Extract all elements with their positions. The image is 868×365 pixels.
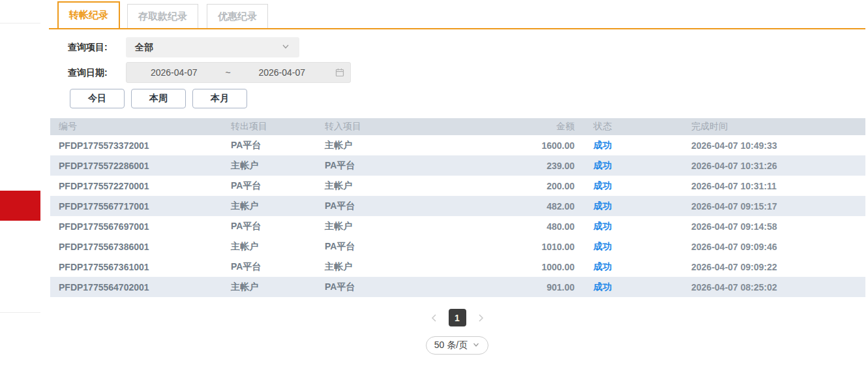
column-header-1: 编号 — [59, 121, 231, 133]
quick-range-button-2[interactable]: 本周 — [131, 89, 186, 108]
table-row: PFDP1775567386001主帐户PA平台1010.00成功2026-04… — [50, 236, 865, 257]
query-date-label: 查询日期: — [68, 62, 108, 83]
date-range-separator: ~ — [222, 67, 235, 78]
quick-range-button-1[interactable]: 今日 — [70, 89, 125, 108]
cell-from: PA平台 — [231, 221, 325, 232]
cell-amount: 239.00 — [451, 161, 575, 171]
main-content: 转帐纪录存取款纪录优惠纪录 查询项目: 全部 查询日期: 2026-04-07 … — [49, 0, 865, 365]
cell-time: 2026-04-07 10:49:33 — [672, 140, 865, 151]
table-row: PFDP1775573372001PA平台主帐户1600.00成功2026-04… — [50, 135, 865, 155]
cell-time: 2026-04-07 09:09:46 — [672, 242, 865, 252]
cell-id: PFDP1775573372001 — [59, 140, 231, 151]
cell-amount: 1000.00 — [451, 262, 575, 272]
sidebar-divider-top — [0, 23, 40, 24]
cell-from: 主帐户 — [231, 200, 325, 212]
cell-amount: 200.00 — [451, 181, 575, 191]
cell-to: PA平台 — [325, 160, 451, 172]
cell-time: 2026-04-07 09:14:58 — [672, 221, 865, 232]
table-row: PFDP1775572270001PA平台主帐户200.00成功2026-04-… — [50, 176, 865, 196]
cell-from: 主帐户 — [231, 281, 325, 293]
column-header-6: 完成时间 — [672, 121, 865, 133]
tab-3[interactable]: 优惠纪录 — [207, 4, 268, 28]
transfer-records-table: 编号转出项目转入项目金额状态完成时间 PFDP1775573372001PA平台… — [50, 118, 865, 297]
cell-status: 成功 — [575, 160, 672, 172]
chevron-down-icon — [472, 340, 480, 351]
table-row: PFDP1775567717001主帐户PA平台482.00成功2026-04-… — [50, 196, 865, 216]
cell-status: 成功 — [575, 200, 672, 212]
table-row: PFDP1775567697001PA平台主帐户480.00成功2026-04-… — [50, 216, 865, 236]
cell-amount: 901.00 — [451, 282, 575, 293]
cell-status: 成功 — [575, 140, 672, 151]
cell-status: 成功 — [575, 261, 672, 273]
page-size-row: 50 条/页 — [49, 336, 865, 355]
cell-to: 主帐户 — [325, 221, 451, 232]
chevron-down-icon — [281, 42, 290, 54]
page-size-select[interactable]: 50 条/页 — [426, 336, 488, 355]
cell-to: 主帐户 — [325, 261, 451, 273]
query-project-select[interactable]: 全部 — [126, 37, 299, 57]
page-size-value: 50 条/页 — [434, 340, 468, 351]
cell-from: PA平台 — [231, 140, 325, 151]
cell-status: 成功 — [575, 281, 672, 293]
tab-2[interactable]: 存取款纪录 — [127, 4, 198, 28]
cell-id: PFDP1775567386001 — [59, 242, 231, 252]
tab-bar: 转帐纪录存取款纪录优惠纪录 — [49, 0, 865, 29]
query-project-label: 查询项目: — [68, 37, 108, 57]
cell-to: PA平台 — [325, 200, 451, 212]
table-row: PFDP1775564702001主帐户PA平台901.00成功2026-04-… — [50, 277, 865, 297]
cell-amount: 1600.00 — [451, 140, 575, 151]
cell-id: PFDP1775567717001 — [59, 201, 231, 212]
cell-to: PA平台 — [325, 241, 451, 253]
cell-to: 主帐户 — [325, 140, 451, 151]
date-to-value[interactable]: 2026-04-07 — [235, 67, 330, 78]
cell-to: 主帐户 — [325, 180, 451, 192]
cell-status: 成功 — [575, 180, 672, 192]
next-page-icon[interactable] — [477, 313, 485, 323]
cell-id: PFDP1775567697001 — [59, 221, 231, 232]
cell-amount: 1010.00 — [451, 242, 575, 252]
cell-time: 2026-04-07 10:31:26 — [672, 161, 865, 171]
sidebar-active-item-red[interactable] — [0, 191, 40, 221]
cell-id: PFDP1775572270001 — [59, 181, 231, 191]
cell-id: PFDP1775564702001 — [59, 282, 231, 293]
cell-amount: 480.00 — [451, 221, 575, 232]
table-row: PFDP1775567361001PA平台主帐户1000.00成功2026-04… — [50, 257, 865, 277]
pagination: 1 — [49, 309, 865, 326]
cell-from: PA平台 — [231, 261, 325, 273]
calendar-icon — [329, 68, 350, 77]
tab-underline — [49, 28, 865, 29]
cell-id: PFDP1775572286001 — [59, 161, 231, 171]
cell-from: 主帐户 — [231, 241, 325, 253]
column-header-4: 金额 — [451, 121, 575, 133]
quick-range-buttons: 今日本周本月 — [70, 89, 247, 108]
cell-to: PA平台 — [325, 281, 451, 293]
column-header-2: 转出项目 — [231, 121, 325, 133]
table-body: PFDP1775573372001PA平台主帐户1600.00成功2026-04… — [50, 135, 865, 297]
left-sidebar — [0, 0, 40, 365]
cell-status: 成功 — [575, 221, 672, 232]
quick-range-button-3[interactable]: 本月 — [192, 89, 247, 108]
date-range-input[interactable]: 2026-04-07 ~ 2026-04-07 — [126, 62, 351, 83]
cell-id: PFDP1775567361001 — [59, 262, 231, 272]
query-project-value: 全部 — [135, 42, 281, 54]
current-page-button[interactable]: 1 — [449, 309, 466, 326]
cell-time: 2026-04-07 09:09:22 — [672, 262, 865, 272]
cell-status: 成功 — [575, 241, 672, 253]
tab-1[interactable]: 转帐纪录 — [57, 1, 120, 28]
table-row: PFDP1775572286001主帐户PA平台239.00成功2026-04-… — [50, 155, 865, 176]
cell-time: 2026-04-07 09:15:17 — [672, 201, 865, 212]
cell-time: 2026-04-07 10:31:11 — [672, 181, 865, 191]
date-from-value[interactable]: 2026-04-07 — [127, 67, 222, 78]
sidebar-divider-bottom — [0, 312, 40, 313]
cell-from: PA平台 — [231, 180, 325, 192]
cell-time: 2026-04-07 08:25:02 — [672, 282, 865, 293]
column-header-5: 状态 — [575, 121, 672, 133]
cell-amount: 482.00 — [451, 201, 575, 212]
cell-from: 主帐户 — [231, 160, 325, 172]
column-header-3: 转入项目 — [325, 121, 451, 133]
table-header-row: 编号转出项目转入项目金额状态完成时间 — [50, 118, 865, 135]
records-page: 转帐纪录存取款纪录优惠纪录 查询项目: 全部 查询日期: 2026-04-07 … — [0, 0, 868, 365]
prev-page-icon[interactable] — [430, 313, 438, 323]
